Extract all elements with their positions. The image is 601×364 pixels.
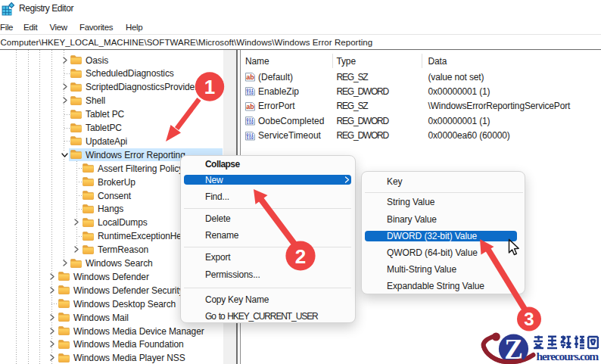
svg-text:1: 1	[204, 76, 215, 98]
svg-text:2: 2	[295, 245, 306, 268]
svg-text:herecours.com: herecours.com	[536, 350, 599, 362]
